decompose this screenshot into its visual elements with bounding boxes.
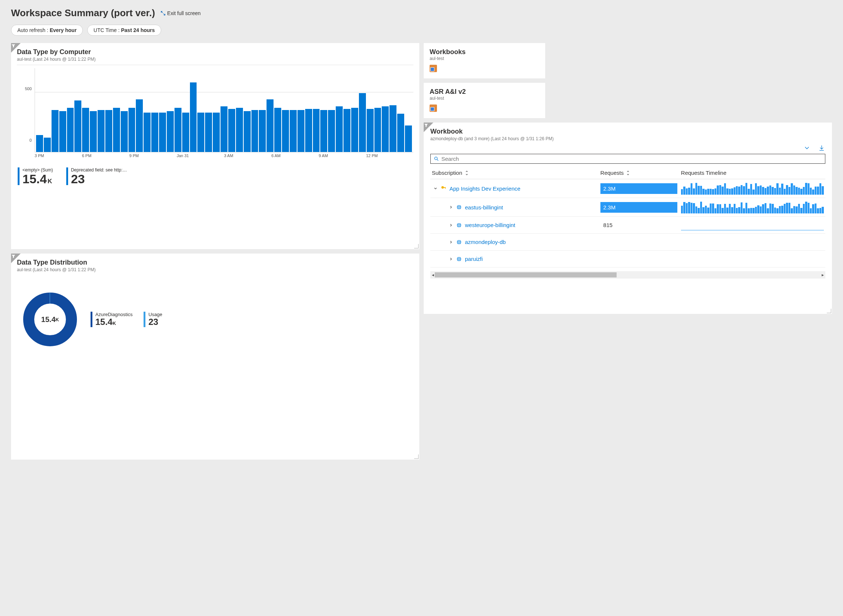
bar bbox=[205, 113, 212, 152]
bar bbox=[167, 111, 174, 152]
bar bbox=[159, 113, 166, 152]
chevron-right-icon[interactable] bbox=[449, 257, 453, 261]
legend-value: 15.4 bbox=[95, 317, 113, 327]
bar bbox=[305, 109, 312, 152]
bar bbox=[82, 108, 89, 153]
column-subscription[interactable]: Subscription bbox=[432, 170, 597, 176]
legend-value: 23 bbox=[148, 317, 158, 327]
bar bbox=[228, 109, 235, 152]
sparkline bbox=[681, 220, 824, 230]
auto-refresh-value: Every hour bbox=[50, 27, 76, 33]
search-input[interactable] bbox=[441, 155, 822, 162]
globe-icon bbox=[456, 239, 462, 245]
bar bbox=[74, 100, 81, 152]
resize-handle[interactable] bbox=[413, 454, 419, 459]
tile-data-type-by-computer: Data Type by Computer aul-test (Last 24 … bbox=[11, 43, 419, 249]
bar bbox=[121, 111, 128, 152]
bar bbox=[328, 110, 335, 152]
legend-label: AzureDiagnostics bbox=[95, 312, 132, 317]
chevron-right-icon[interactable] bbox=[449, 223, 453, 227]
subscription-link[interactable]: App Insights Dev Experience bbox=[449, 185, 520, 192]
filter-corner-button[interactable] bbox=[11, 254, 21, 263]
table-row[interactable]: App Insights Dev Experience2.3M bbox=[430, 179, 825, 198]
subscription-link[interactable]: eastus-billingint bbox=[465, 204, 503, 210]
x-tick: 9 AM bbox=[319, 154, 366, 161]
tile-title: Data Type by Computer bbox=[17, 48, 413, 56]
x-tick: 9 PM bbox=[129, 154, 177, 161]
bar-chart[interactable]: 0 500 3 PM6 PM9 PMJan 313 AM6 AM9 AM12 P… bbox=[17, 68, 413, 164]
gridline bbox=[35, 152, 413, 153]
table-row[interactable]: eastus-billingint2.3M bbox=[430, 198, 825, 217]
bar bbox=[36, 135, 43, 152]
filter-corner-button[interactable] bbox=[11, 43, 21, 53]
legend-usage: Usage 23 bbox=[144, 312, 162, 327]
svg-rect-5 bbox=[443, 187, 446, 188]
utc-time-value: Past 24 hours bbox=[121, 27, 155, 33]
metric-stripe bbox=[18, 167, 19, 185]
donut-chart[interactable]: 15.4K bbox=[21, 290, 79, 349]
requests-value: 815 bbox=[601, 220, 677, 230]
scroll-thumb[interactable] bbox=[435, 272, 617, 277]
bar bbox=[90, 111, 97, 152]
subscription-link[interactable]: westeurope-billingint bbox=[465, 222, 515, 228]
exit-fullscreen-button[interactable]: Exit full screen bbox=[160, 10, 201, 16]
table-row[interactable]: paruizfi bbox=[430, 251, 825, 267]
resize-handle[interactable] bbox=[826, 308, 831, 313]
key-icon bbox=[441, 185, 446, 191]
legend-label: Usage bbox=[148, 312, 162, 317]
metric-stripe bbox=[66, 167, 68, 185]
page-title: Workspace Summary (port ver.) bbox=[11, 7, 155, 19]
legend-azure-diagnostics: AzureDiagnostics 15.4K bbox=[91, 312, 132, 327]
subscription-link[interactable]: paruizfi bbox=[465, 256, 483, 262]
bar bbox=[213, 113, 220, 152]
utc-time-prefix: UTC Time : bbox=[94, 27, 121, 33]
bar bbox=[136, 99, 143, 152]
tile-workbooks[interactable]: Workbooks aul-test bbox=[424, 43, 545, 78]
tile-subtitle: aul-test (Last 24 hours @ 1/31 1:22 PM) bbox=[17, 267, 413, 272]
requests-value: 2.3M bbox=[601, 202, 677, 213]
collapse-icon bbox=[160, 11, 166, 16]
bar bbox=[98, 110, 104, 152]
chevron-down-icon[interactable] bbox=[803, 144, 811, 152]
horizontal-scrollbar[interactable]: ◂ ▸ bbox=[430, 271, 825, 279]
utc-time-pill[interactable]: UTC Time : Past 24 hours bbox=[87, 25, 161, 36]
tile-asr-ai-v2[interactable]: ASR A&I v2 aul-test bbox=[424, 83, 545, 118]
tile-title: Workbook bbox=[430, 128, 825, 135]
x-tick: 6 AM bbox=[271, 154, 319, 161]
download-icon[interactable] bbox=[818, 144, 825, 152]
resize-handle[interactable] bbox=[413, 243, 419, 248]
bar bbox=[320, 110, 327, 152]
bar bbox=[259, 110, 266, 152]
svg-point-2 bbox=[435, 157, 438, 160]
filter-corner-button[interactable] bbox=[424, 123, 433, 132]
bar bbox=[128, 108, 135, 153]
bar bbox=[267, 99, 273, 152]
filter-icon bbox=[12, 44, 15, 48]
bar bbox=[389, 105, 397, 152]
bar bbox=[44, 138, 51, 152]
bar bbox=[151, 113, 158, 152]
metric-value: 23 bbox=[71, 172, 85, 186]
table-row[interactable]: azmondeploy-db bbox=[430, 234, 825, 251]
donut-center-value: 15.4 bbox=[41, 315, 56, 324]
chevron-right-icon[interactable] bbox=[449, 205, 453, 210]
bar bbox=[113, 108, 120, 153]
chevron-right-icon[interactable] bbox=[449, 240, 453, 244]
metric-unit: K bbox=[47, 178, 52, 185]
globe-icon bbox=[456, 204, 462, 210]
x-tick: 3 PM bbox=[35, 154, 82, 161]
table-row[interactable]: westeurope-billingint815 bbox=[430, 217, 825, 234]
search-field[interactable] bbox=[430, 154, 825, 164]
metric-empty-sum: <empty> (Sum) 15.4K bbox=[18, 167, 53, 185]
subscription-link[interactable]: azmondeploy-db bbox=[465, 239, 506, 245]
bar bbox=[220, 106, 228, 152]
search-icon bbox=[434, 156, 439, 161]
sort-icon bbox=[626, 171, 630, 175]
chevron-down-icon[interactable] bbox=[433, 186, 438, 191]
column-requests[interactable]: Requests bbox=[601, 170, 677, 176]
auto-refresh-prefix: Auto refresh : bbox=[17, 27, 50, 33]
bar bbox=[251, 110, 258, 152]
auto-refresh-pill[interactable]: Auto refresh : Every hour bbox=[11, 25, 83, 36]
tile-title: Workbooks bbox=[430, 48, 539, 56]
scroll-right-arrow[interactable]: ▸ bbox=[820, 272, 825, 277]
